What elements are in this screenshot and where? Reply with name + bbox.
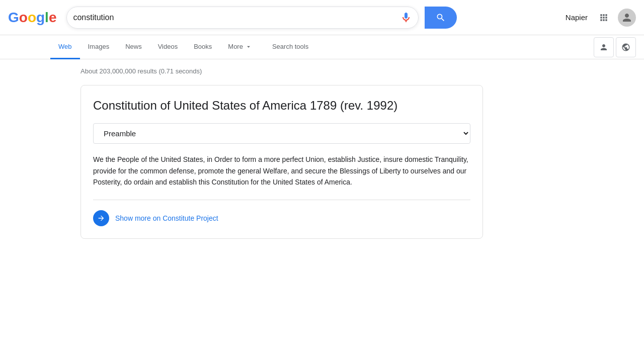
user-avatar[interactable]	[618, 9, 636, 27]
globe-icon	[621, 43, 630, 52]
person-icon	[599, 43, 608, 52]
user-name: Napier	[566, 13, 588, 22]
tab-more[interactable]: More	[220, 35, 260, 59]
arrow-right-icon	[97, 214, 105, 222]
knowledge-card: Constitution of United States of America…	[80, 85, 483, 239]
google-logo[interactable]: Google	[8, 10, 56, 26]
arrow-circle-icon	[93, 210, 109, 226]
search-bar-container: constitution	[66, 7, 419, 29]
tab-videos[interactable]: Videos	[150, 35, 186, 59]
globe-icon-btn[interactable]	[616, 37, 636, 57]
header: Google constitution Napier	[0, 0, 644, 35]
card-title: Constitution of United States of America…	[93, 98, 470, 113]
avatar-icon	[621, 12, 633, 24]
search-button[interactable]	[425, 7, 457, 29]
grid-svg	[599, 13, 609, 23]
microphone-icon[interactable]	[400, 12, 412, 24]
tab-search-tools[interactable]: Search tools	[264, 35, 316, 59]
apps-grid-icon[interactable]	[594, 8, 614, 28]
chevron-down-icon	[245, 43, 252, 50]
tab-images[interactable]: Images	[80, 35, 118, 59]
show-more-label: Show more on Constitute Project	[115, 214, 218, 222]
section-selector[interactable]: Preamble Article I Article II Article II…	[93, 123, 470, 144]
search-input[interactable]: constitution	[73, 13, 396, 22]
logo-o2: o	[28, 10, 36, 25]
person-icon-btn[interactable]	[594, 37, 614, 57]
logo-o1: o	[19, 10, 28, 25]
logo-e: e	[49, 10, 57, 25]
tab-books[interactable]: Books	[186, 35, 220, 59]
tab-news[interactable]: News	[117, 35, 150, 59]
main-content: About 203,000,000 results (0.71 seconds)…	[0, 59, 644, 239]
nav-right-icons	[594, 37, 636, 57]
logo-l: l	[45, 10, 49, 25]
show-more-link[interactable]: Show more on Constitute Project	[93, 210, 470, 226]
results-count: About 203,000,000 results (0.71 seconds)	[80, 67, 636, 75]
search-icon	[436, 13, 446, 23]
logo-g2: g	[36, 10, 45, 25]
nav-tabs: Web Images News Videos Books More Search…	[0, 35, 644, 59]
tab-web[interactable]: Web	[50, 35, 80, 59]
more-label: More	[228, 43, 243, 50]
header-right: Napier	[566, 8, 636, 28]
logo-g: G	[8, 10, 19, 25]
card-divider	[93, 200, 470, 200]
card-body-text: We the People of the United States, in O…	[93, 154, 470, 188]
